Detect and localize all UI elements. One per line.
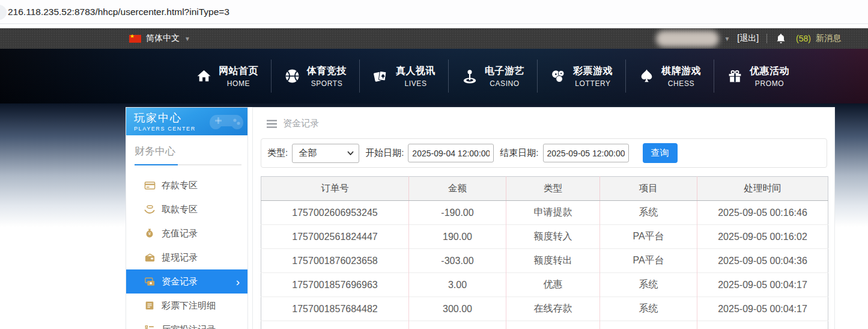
- sidebar-item-label: 提现记录: [162, 252, 198, 263]
- top-bar: ★ 简体中文 ▼ ▼ [退出] (58) 新消息: [0, 28, 868, 49]
- nav-label-en: CASINO: [485, 79, 524, 88]
- sidebar-item-recharge-records[interactable]: ¥充值记录: [126, 221, 247, 245]
- records-table-wrap: 订单号金额类型项目处理时间 1757002606953245-190.00申请提…: [261, 176, 827, 329]
- nav-label-en: SPORTS: [307, 79, 347, 88]
- hand-coin-icon: [144, 203, 156, 215]
- bank-card-icon: [144, 180, 156, 191]
- browser-icon: [0, 5, 7, 20]
- table-cell: 1757001857684482: [261, 297, 409, 321]
- nav-label-en: HOME: [219, 79, 258, 88]
- topbar-divider: [766, 34, 767, 43]
- sidebar-item-lottery-bet-details[interactable]: 彩票下注明细: [126, 294, 247, 318]
- sidebar-menu: 存款专区取款专区¥充值记录提现记录资金记录›彩票下注明细厅室投注记录: [126, 173, 247, 329]
- browser-address-bar[interactable]: 216.118.235.52:8783/hhcp/usercenter.html…: [0, 0, 868, 24]
- table-cell: 优惠: [506, 273, 600, 297]
- table-cell: 额度转入: [506, 225, 600, 249]
- column-header: 订单号: [261, 177, 409, 201]
- nav-item-lottery[interactable]: 彩票游戏LOTTERY: [538, 65, 625, 88]
- column-header: 类型: [506, 177, 600, 201]
- new-messages-link[interactable]: 新消息: [816, 33, 841, 44]
- sidebar-item-label: 取款专区: [162, 204, 198, 215]
- table-row: 1757002561824447190.00额度转入PA平台2025-09-05…: [261, 225, 828, 249]
- url-text: 216.118.235.52:8783/hhcp/usercenter.html…: [8, 7, 229, 17]
- nav-label-cn: 真人视讯: [396, 65, 436, 78]
- nav-label-en: CHESS: [661, 79, 701, 88]
- username-blurred[interactable]: [656, 31, 719, 47]
- svg-text:¥: ¥: [148, 231, 151, 236]
- table-cell: 2025-09-05 00:16:02: [697, 225, 828, 249]
- table-cell: 300.00: [409, 297, 506, 321]
- query-button[interactable]: 查询: [643, 143, 678, 163]
- nav-label-cn: 优惠活动: [750, 65, 789, 78]
- sidebar-item-label: 彩票下注明细: [162, 300, 216, 312]
- table-cell: 1757001857696963: [261, 273, 409, 297]
- nav-label-cn: 网站首页: [219, 65, 258, 78]
- joystick-icon: [461, 68, 478, 85]
- start-date-input[interactable]: [408, 144, 494, 162]
- sidebar-item-label: 充值记录: [162, 228, 198, 239]
- sidebar-item-funds-records[interactable]: 资金记录›: [126, 269, 247, 294]
- sidebar-item-deposit-zone[interactable]: 存款专区: [126, 173, 247, 197]
- column-header: 项目: [600, 177, 697, 201]
- bell-icon[interactable]: [775, 32, 787, 45]
- spade-icon: [639, 68, 655, 84]
- table-cell: 系统: [600, 201, 697, 225]
- section-underline: [135, 164, 241, 165]
- chevron-right-icon: ›: [236, 276, 240, 287]
- sidebar-item-withdraw-records[interactable]: 提现记录: [126, 245, 247, 269]
- table-cell: 3.00: [409, 273, 506, 297]
- main-nav: 网站首页HOME体育竞技SPORTS真人视讯LIVES电子游艺CASINO彩票游…: [0, 49, 868, 103]
- cards-icon: [372, 68, 389, 85]
- language-label: 简体中文: [146, 33, 180, 44]
- nav-item-chess[interactable]: 棋牌游戏CHESS: [626, 65, 714, 88]
- nav-item-lives[interactable]: 真人视讯LIVES: [360, 65, 448, 88]
- table-body: 1757002606953245-190.00申请提款系统2025-09-05 …: [261, 201, 828, 329]
- records-table: 订单号金额类型项目处理时间 1757002606953245-190.00申请提…: [261, 176, 828, 329]
- table-cell: 系统: [600, 297, 697, 321]
- gamepad-icon: [208, 109, 245, 135]
- nav-label-en: LIVES: [396, 79, 436, 88]
- nav-label-en: LOTTERY: [573, 79, 613, 88]
- basketball-icon: [284, 68, 300, 84]
- nav-label-en: PROMO: [750, 79, 789, 88]
- nav-items: 网站首页HOME体育竞技SPORTS真人视讯LIVES电子游艺CASINO彩票游…: [183, 49, 868, 103]
- page-title: 资金记录: [283, 118, 319, 129]
- content-header: 资金记录: [253, 108, 834, 129]
- table-cell: -190.00: [409, 201, 506, 225]
- sidebar-item-hall-bet-records[interactable]: 厅室投注记录: [126, 318, 247, 329]
- lottery-balls-icon: [550, 68, 566, 84]
- table-cell: 额度转出: [506, 249, 600, 273]
- sidebar-item-label: 存款专区: [162, 180, 198, 191]
- section-title: 财务中心: [126, 135, 247, 165]
- table-cell: PA平台: [600, 225, 697, 249]
- menu-icon[interactable]: [267, 120, 277, 128]
- money-bag-icon: ¥: [144, 228, 156, 239]
- table-row-partial: [261, 321, 828, 329]
- filter-bar: 类型: 全部 开始日期: 结束日期: 查询: [261, 138, 827, 168]
- nav-item-promo[interactable]: 优惠活动PROMO: [714, 65, 802, 88]
- end-date-input[interactable]: [543, 144, 629, 162]
- nav-item-casino[interactable]: 电子游艺CASINO: [449, 65, 537, 88]
- table-cell: 190.00: [409, 225, 506, 249]
- chevron-down-icon: ▼: [724, 35, 730, 42]
- document-icon: [144, 300, 156, 311]
- end-date-label: 结束日期:: [500, 147, 538, 159]
- main-content: 资金记录 类型: 全部 开始日期: 结束日期: 查询: [252, 107, 835, 329]
- table-cell: 2025-09-05 00:16:46: [697, 201, 828, 225]
- language-selector[interactable]: ★ 简体中文 ▼: [129, 33, 190, 44]
- china-flag-icon: ★: [129, 35, 141, 43]
- nav-label-cn: 体育竞技: [307, 65, 347, 78]
- message-count: (58): [796, 34, 811, 43]
- sidebar: 玩家中心 PLAYERS CENTER 财务中心 存款专区取款专区¥充值记录提现…: [126, 107, 248, 329]
- banknotes-icon: [144, 276, 156, 287]
- nav-label-cn: 棋牌游戏: [661, 65, 701, 78]
- nav-item-home[interactable]: 网站首页HOME: [183, 65, 271, 88]
- nav-item-sports[interactable]: 体育竞技SPORTS: [272, 65, 359, 88]
- sidebar-item-withdraw-zone[interactable]: 取款专区: [126, 197, 247, 221]
- sidebar-item-label: 资金记录: [162, 276, 198, 287]
- table-row: 1757002606953245-190.00申请提款系统2025-09-05 …: [261, 201, 828, 225]
- logout-link[interactable]: [退出]: [737, 33, 759, 44]
- type-select[interactable]: 全部: [292, 144, 359, 163]
- start-date-label: 开始日期:: [365, 147, 404, 159]
- column-header: 金额: [409, 177, 506, 201]
